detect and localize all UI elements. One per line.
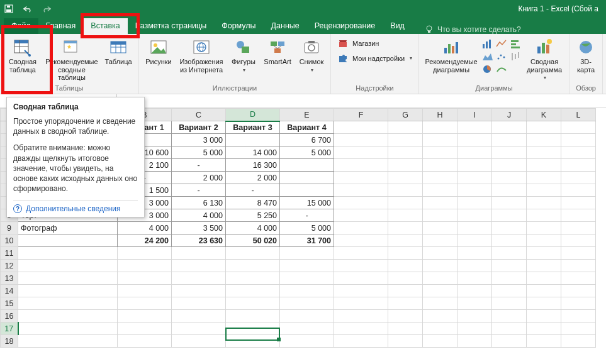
- tab-page-layout[interactable]: Разметка страницы: [128, 18, 214, 34]
- recommended-charts-button[interactable]: Рекомендуемые диаграммы: [423, 36, 480, 74]
- tab-view[interactable]: Вид: [383, 18, 412, 34]
- group-illus-label: Иллюстрации: [143, 83, 327, 94]
- recommended-charts-icon: [442, 38, 461, 57]
- chevron-down-icon: ▾: [410, 55, 412, 61]
- save-icon[interactable]: [4, 4, 14, 14]
- group-tours: 3D- карта Обзор: [570, 34, 603, 94]
- screenshot-icon: [302, 38, 321, 57]
- svg-rect-36: [456, 42, 458, 53]
- group-illustrations: Рисунки Изображения из Интернета Фигуры▾…: [139, 34, 331, 94]
- svg-rect-11: [64, 41, 77, 43]
- chevron-down-icon: ▾: [311, 67, 313, 73]
- globe-icon: [576, 38, 595, 57]
- window-title: Книга 1 - Excel (Сбой а: [52, 4, 602, 13]
- svg-rect-42: [511, 47, 520, 48]
- redo-icon[interactable]: [42, 4, 52, 14]
- svg-point-18: [154, 43, 157, 47]
- svg-rect-37: [483, 44, 485, 48]
- line-chart-icon[interactable]: [496, 39, 507, 49]
- online-pictures-button[interactable]: Изображения из Интернета: [177, 36, 226, 74]
- group-charts: Рекомендуемые диаграммы: [419, 34, 570, 94]
- svg-rect-52: [546, 45, 549, 53]
- screenshot-button[interactable]: Снимок▾: [296, 36, 327, 73]
- svg-rect-1: [6, 9, 11, 12]
- svg-rect-26: [278, 41, 284, 46]
- recommended-pivot-icon: [62, 38, 81, 57]
- svg-rect-32: [308, 41, 315, 43]
- tooltip-pivot-table: Сводная таблица Простое упорядочение и с…: [6, 97, 145, 218]
- chevron-down-icon: ▾: [544, 75, 546, 80]
- table-row: 9 Фотограф 4 000 3 500 4 000 5 000: [1, 222, 596, 234]
- puzzle-icon: [337, 53, 349, 64]
- group-tables: Сводная таблица Рекомендуемые сводные та…: [0, 34, 139, 94]
- tab-file[interactable]: Файл: [4, 18, 38, 34]
- tooltip-text-1: Простое упорядочение и сведение данных в…: [13, 116, 138, 136]
- area-chart-icon[interactable]: [482, 52, 493, 62]
- tooltip-help-link[interactable]: ? Дополнительные сведения: [13, 200, 138, 213]
- pivot-chart-button[interactable]: Сводная диаграмма▾: [524, 36, 565, 80]
- surface-chart-icon[interactable]: [496, 64, 507, 74]
- svg-rect-34: [448, 44, 451, 53]
- pivot-table-button[interactable]: Сводная таблица: [4, 36, 42, 74]
- tab-formulas[interactable]: Формулы: [214, 18, 263, 34]
- svg-rect-41: [511, 43, 516, 45]
- tab-insert[interactable]: Вставка: [83, 18, 127, 34]
- table-icon: [109, 38, 128, 57]
- online-pictures-icon: [192, 38, 211, 57]
- svg-point-45: [503, 57, 505, 58]
- stock-chart-icon[interactable]: [510, 52, 521, 62]
- svg-rect-50: [537, 47, 541, 53]
- scatter-chart-icon[interactable]: [496, 52, 507, 62]
- title-bar: Книга 1 - Excel (Сбой а: [0, 0, 606, 18]
- group-tables-label: Таблицы: [4, 83, 135, 94]
- table-button[interactable]: Таблица: [102, 36, 135, 66]
- tab-data[interactable]: Данные: [264, 18, 307, 34]
- pictures-icon: [149, 38, 168, 57]
- bar-chart-icon[interactable]: [482, 39, 493, 49]
- svg-point-9: [28, 54, 31, 57]
- svg-rect-35: [452, 46, 454, 53]
- quick-access-toolbar: [4, 4, 52, 14]
- svg-rect-2: [7, 6, 10, 8]
- recommended-pivot-button[interactable]: Рекомендуемые сводные таблицы: [44, 36, 99, 82]
- bar3d-chart-icon[interactable]: [510, 39, 521, 49]
- 3d-map-button[interactable]: 3D- карта: [573, 36, 598, 74]
- help-icon: ?: [13, 204, 22, 213]
- chevron-down-icon: ▾: [243, 67, 245, 73]
- svg-rect-39: [489, 40, 491, 48]
- tell-me[interactable]: Что вы хотите сделать?: [425, 25, 521, 34]
- tab-review[interactable]: Рецензирование: [307, 18, 383, 34]
- tab-home[interactable]: Главная: [38, 18, 84, 34]
- smartart-button[interactable]: SmartArt: [261, 36, 294, 66]
- svg-point-43: [498, 58, 500, 60]
- store-button[interactable]: Магазин: [335, 36, 415, 50]
- tell-me-label: Что вы хотите сделать?: [437, 25, 521, 34]
- shapes-icon: [234, 38, 253, 57]
- svg-line-28: [274, 46, 278, 48]
- my-addins-button[interactable]: Мои надстройки ▾: [335, 52, 415, 65]
- formula-bar[interactable]: [131, 94, 606, 108]
- group-tours-label: Обзор: [573, 83, 598, 94]
- pie-chart-icon[interactable]: [482, 64, 493, 74]
- table-row: 10 24 200 23 630 50 020 31 700: [1, 234, 596, 247]
- pivot-chart-icon: [535, 38, 554, 57]
- smartart-icon: [268, 38, 287, 57]
- ribbon: Сводная таблица Рекомендуемые сводные та…: [0, 34, 606, 94]
- pictures-button[interactable]: Рисунки: [143, 36, 174, 66]
- tooltip-title: Сводная таблица: [13, 102, 138, 111]
- shapes-button[interactable]: Фигуры▾: [228, 36, 259, 73]
- undo-icon[interactable]: [23, 4, 33, 14]
- ribbon-tabs: Файл Главная Вставка Разметка страницы Ф…: [0, 18, 606, 34]
- svg-rect-38: [486, 41, 488, 48]
- svg-rect-25: [271, 41, 277, 46]
- svg-point-44: [500, 55, 502, 57]
- store-icon: [337, 38, 349, 49]
- svg-point-54: [580, 41, 592, 53]
- tooltip-text-2: Обратите внимание: можно дважды щелкнуть…: [13, 143, 138, 194]
- group-addins: Магазин Мои надстройки ▾ Надстройки: [331, 34, 419, 94]
- svg-rect-24: [242, 47, 249, 53]
- group-addins-label: Надстройки: [335, 83, 415, 94]
- bulb-icon: [425, 25, 434, 34]
- svg-rect-33: [444, 48, 447, 53]
- svg-rect-6: [14, 40, 28, 43]
